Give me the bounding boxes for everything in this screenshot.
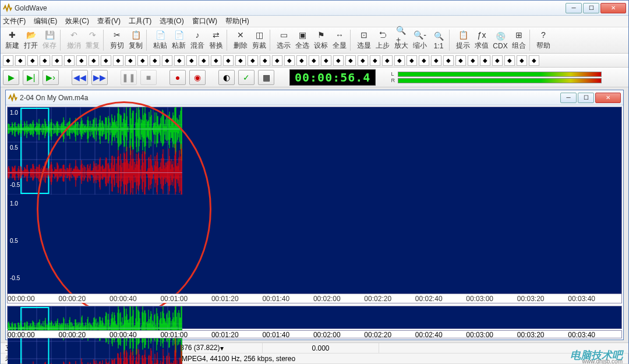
menu-options[interactable]: 选项(O) xyxy=(160,16,183,26)
effect-button[interactable]: ◆ xyxy=(162,55,172,66)
effect-button[interactable]: ◆ xyxy=(260,55,270,66)
effect-button[interactable]: ◆ xyxy=(64,55,75,66)
sel-view-button[interactable]: ▭选示 xyxy=(274,29,293,52)
trim-button[interactable]: ◫剪裁 xyxy=(250,29,268,52)
effect-button[interactable]: ◆ xyxy=(468,55,478,66)
open-button[interactable]: 📂打开 xyxy=(22,29,40,52)
effect-button[interactable]: ◆ xyxy=(394,55,405,66)
title-bar[interactable]: GoldWave ─ ☐ ✕ xyxy=(1,1,628,16)
paste-new-button[interactable]: 📄粘新 xyxy=(169,29,188,52)
properties-button[interactable]: ▦ xyxy=(258,70,274,85)
forward-button[interactable]: ▶▶ xyxy=(91,70,108,85)
effect-button[interactable]: ◆ xyxy=(199,55,209,66)
effect-button[interactable]: ◆ xyxy=(186,55,197,66)
effect-button[interactable]: ◆ xyxy=(431,55,441,66)
effect-button[interactable]: ◆ xyxy=(125,55,136,66)
effect-button[interactable]: ◆ xyxy=(235,55,246,66)
doc-close-button[interactable]: ✕ xyxy=(595,93,621,103)
overview-ruler[interactable]: 00:00:0000:00:2000:00:4000:01:0000:01:20… xyxy=(7,330,622,338)
menu-file[interactable]: 文件(F) xyxy=(3,16,26,26)
menu-tool[interactable]: 工具(T) xyxy=(129,16,151,26)
effect-button[interactable]: ◆ xyxy=(284,55,295,66)
play-sel-button[interactable]: ▶| xyxy=(23,70,39,85)
zoom-in-button[interactable]: 🔍+放大 xyxy=(392,29,411,52)
select-all-button[interactable]: ▣全选 xyxy=(293,29,312,52)
effect-button[interactable]: ◆ xyxy=(211,55,221,66)
play-loop-button[interactable]: ▶› xyxy=(43,70,59,85)
effect-button[interactable]: ◆ xyxy=(309,55,319,66)
record-new-button[interactable]: ◉ xyxy=(189,70,206,85)
effect-button[interactable]: ◆ xyxy=(529,55,539,66)
effect-button[interactable]: ◆ xyxy=(455,55,466,66)
device-button[interactable]: ◐ xyxy=(218,70,235,85)
effect-button[interactable]: ◆ xyxy=(504,55,515,66)
delete-button[interactable]: ✕删除 xyxy=(231,29,250,52)
effect-button[interactable]: ◆ xyxy=(3,55,13,66)
stop-button[interactable]: ■ xyxy=(140,70,157,85)
eval-button[interactable]: ƒx求值 xyxy=(472,29,491,52)
effect-button[interactable]: ◆ xyxy=(419,55,429,66)
zoom-out-button[interactable]: 🔍-缩小 xyxy=(411,29,429,52)
effect-button[interactable]: ◆ xyxy=(52,55,62,66)
effect-button[interactable]: ◆ xyxy=(517,55,527,66)
effect-button[interactable]: ◆ xyxy=(370,55,380,66)
menu-view[interactable]: 查看(V) xyxy=(97,16,121,26)
minimize-button[interactable]: ─ xyxy=(566,3,582,13)
replace-button[interactable]: ⇄替换 xyxy=(207,29,225,52)
effect-button[interactable]: ◆ xyxy=(101,55,111,66)
menu-help[interactable]: 帮助(H) xyxy=(225,16,249,26)
effect-button[interactable]: ◆ xyxy=(333,55,344,66)
show-all-button[interactable]: ↔全显 xyxy=(330,29,349,52)
effect-button[interactable]: ◆ xyxy=(296,55,307,66)
mix-button[interactable]: ♪混音 xyxy=(188,29,207,52)
cut-button[interactable]: ✂剪切 xyxy=(108,29,126,52)
save-button[interactable]: 💾保存 xyxy=(40,29,59,52)
cdx-button[interactable]: 💿CDX xyxy=(491,29,510,52)
play-button[interactable]: ▶ xyxy=(3,70,19,85)
time-ruler[interactable]: 00:00:0000:00:2000:00:4000:01:0000:01:20… xyxy=(8,294,621,303)
device-check[interactable]: ✓ xyxy=(238,70,255,85)
rewind-button[interactable]: ◀◀ xyxy=(72,70,88,85)
doc-minimize-button[interactable]: ─ xyxy=(560,93,577,103)
effect-button[interactable]: ◆ xyxy=(382,55,393,66)
menu-edit[interactable]: 编辑(E) xyxy=(34,16,57,26)
pause-button[interactable]: ❚❚ xyxy=(121,70,137,85)
effect-button[interactable]: ◆ xyxy=(137,55,148,66)
effect-button[interactable]: ◆ xyxy=(480,55,490,66)
cue-button[interactable]: 📋提示 xyxy=(454,29,472,52)
effect-button[interactable]: ◆ xyxy=(40,55,50,66)
menu-effect[interactable]: 效果(C) xyxy=(65,16,89,26)
effect-button[interactable]: ◆ xyxy=(272,55,282,66)
effect-button[interactable]: ◆ xyxy=(321,55,331,66)
set-marker-button[interactable]: ⚑设标 xyxy=(312,29,330,52)
effect-button[interactable]: ◆ xyxy=(76,55,87,66)
effect-button[interactable]: ◆ xyxy=(150,55,160,66)
help-button[interactable]: ?帮助 xyxy=(534,29,553,52)
redo-button[interactable]: ↷重复 xyxy=(83,29,102,52)
effect-button[interactable]: ◆ xyxy=(27,55,38,66)
maximize-button[interactable]: ☐ xyxy=(583,3,599,13)
copy-button[interactable]: 📋复制 xyxy=(126,29,145,52)
effect-button[interactable]: ◆ xyxy=(358,55,368,66)
overview[interactable] xyxy=(7,306,622,329)
undo-button[interactable]: ↶撤消 xyxy=(65,29,83,52)
effect-button[interactable]: ◆ xyxy=(113,55,123,66)
effect-button[interactable]: ◆ xyxy=(15,55,26,66)
prev-button[interactable]: ⮌上步 xyxy=(373,29,392,52)
status-position[interactable]: 0.000 xyxy=(312,344,329,352)
effect-button[interactable]: ◆ xyxy=(223,55,234,66)
menu-window[interactable]: 窗口(W) xyxy=(192,16,217,26)
effect-button[interactable]: ◆ xyxy=(174,55,185,66)
close-button[interactable]: ✕ xyxy=(600,3,626,13)
new-button[interactable]: ✚新建 xyxy=(3,29,22,52)
effect-button[interactable]: ◆ xyxy=(492,55,503,66)
effect-button[interactable]: ◆ xyxy=(248,55,258,66)
effect-button[interactable]: ◆ xyxy=(407,55,417,66)
zoom-11-button[interactable]: 🔍1:1 xyxy=(429,29,448,52)
effect-button[interactable]: ◆ xyxy=(345,55,356,66)
effect-button[interactable]: ◆ xyxy=(89,55,99,66)
doc-maximize-button[interactable]: ☐ xyxy=(578,93,594,103)
doc-title-bar[interactable]: 2-04 On My Own.m4a ─ ☐ ✕ xyxy=(6,90,623,105)
chain-button[interactable]: ⊞组合 xyxy=(510,29,528,52)
waveform-main[interactable]: 1.0 0.5 -0.5 1.0 0.5 -0.5 xyxy=(8,107,621,294)
